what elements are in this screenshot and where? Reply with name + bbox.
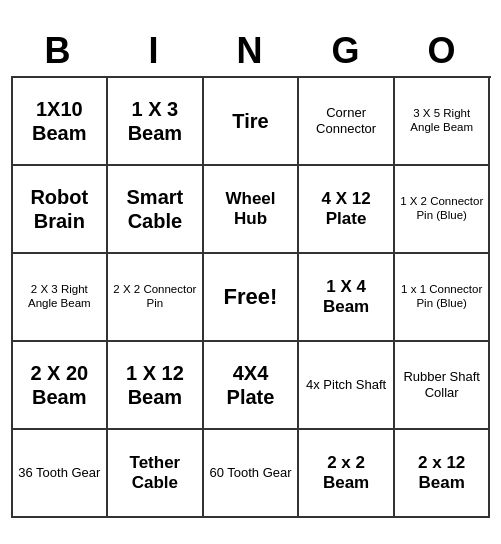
cell-text-12: Free! xyxy=(224,284,278,310)
cell-text-22: 60 Tooth Gear xyxy=(209,465,291,481)
header-letter-b: B xyxy=(11,26,107,76)
bingo-grid: 1X10 Beam1 X 3 BeamTireCorner Connector3… xyxy=(11,76,491,518)
bingo-cell-10: 2 X 3 Right Angle Beam xyxy=(13,254,109,342)
header-letter-o: O xyxy=(395,26,491,76)
cell-text-2: Tire xyxy=(232,109,268,133)
cell-text-11: 2 X 2 Connector Pin xyxy=(111,283,199,311)
cell-text-18: 4x Pitch Shaft xyxy=(306,377,386,393)
bingo-cell-7: Wheel Hub xyxy=(204,166,300,254)
bingo-cell-18: 4x Pitch Shaft xyxy=(299,342,395,430)
bingo-cell-19: Rubber Shaft Collar xyxy=(395,342,491,430)
bingo-cell-9: 1 X 2 Connector Pin (Blue) xyxy=(395,166,491,254)
bingo-cell-14: 1 x 1 Connector Pin (Blue) xyxy=(395,254,491,342)
header-letter-g: G xyxy=(299,26,395,76)
cell-text-23: 2 x 2 Beam xyxy=(302,453,390,494)
cell-text-1: 1 X 3 Beam xyxy=(111,97,199,145)
cell-text-14: 1 x 1 Connector Pin (Blue) xyxy=(398,283,486,311)
cell-text-24: 2 x 12 Beam xyxy=(398,453,486,494)
bingo-cell-23: 2 x 2 Beam xyxy=(299,430,395,518)
cell-text-20: 36 Tooth Gear xyxy=(18,465,100,481)
cell-text-19: Rubber Shaft Collar xyxy=(398,369,486,400)
bingo-cell-24: 2 x 12 Beam xyxy=(395,430,491,518)
cell-text-4: 3 X 5 Right Angle Beam xyxy=(398,107,486,135)
bingo-cell-3: Corner Connector xyxy=(299,78,395,166)
bingo-cell-5: Robot Brain xyxy=(13,166,109,254)
bingo-cell-6: Smart Cable xyxy=(108,166,204,254)
bingo-cell-20: 36 Tooth Gear xyxy=(13,430,109,518)
bingo-cell-4: 3 X 5 Right Angle Beam xyxy=(395,78,491,166)
cell-text-13: 1 X 4 Beam xyxy=(302,277,390,318)
bingo-cell-1: 1 X 3 Beam xyxy=(108,78,204,166)
bingo-cell-21: Tether Cable xyxy=(108,430,204,518)
cell-text-8: 4 X 12 Plate xyxy=(302,189,390,230)
cell-text-15: 2 X 20 Beam xyxy=(16,361,104,409)
bingo-cell-13: 1 X 4 Beam xyxy=(299,254,395,342)
header-letter-n: N xyxy=(203,26,299,76)
cell-text-21: Tether Cable xyxy=(111,453,199,494)
cell-text-0: 1X10 Beam xyxy=(16,97,104,145)
cell-text-9: 1 X 2 Connector Pin (Blue) xyxy=(398,195,486,223)
bingo-cell-16: 1 X 12 Beam xyxy=(108,342,204,430)
bingo-card: BINGO 1X10 Beam1 X 3 BeamTireCorner Conn… xyxy=(11,26,491,518)
cell-text-6: Smart Cable xyxy=(111,185,199,233)
bingo-cell-11: 2 X 2 Connector Pin xyxy=(108,254,204,342)
bingo-cell-8: 4 X 12 Plate xyxy=(299,166,395,254)
header-letter-i: I xyxy=(107,26,203,76)
bingo-cell-0: 1X10 Beam xyxy=(13,78,109,166)
cell-text-7: Wheel Hub xyxy=(207,189,295,230)
cell-text-17: 4X4 Plate xyxy=(207,361,295,409)
cell-text-10: 2 X 3 Right Angle Beam xyxy=(16,283,104,311)
cell-text-5: Robot Brain xyxy=(16,185,104,233)
bingo-cell-22: 60 Tooth Gear xyxy=(204,430,300,518)
cell-text-16: 1 X 12 Beam xyxy=(111,361,199,409)
bingo-cell-2: Tire xyxy=(204,78,300,166)
cell-text-3: Corner Connector xyxy=(302,105,390,136)
bingo-header: BINGO xyxy=(11,26,491,76)
bingo-cell-15: 2 X 20 Beam xyxy=(13,342,109,430)
bingo-cell-12: Free! xyxy=(204,254,300,342)
bingo-cell-17: 4X4 Plate xyxy=(204,342,300,430)
